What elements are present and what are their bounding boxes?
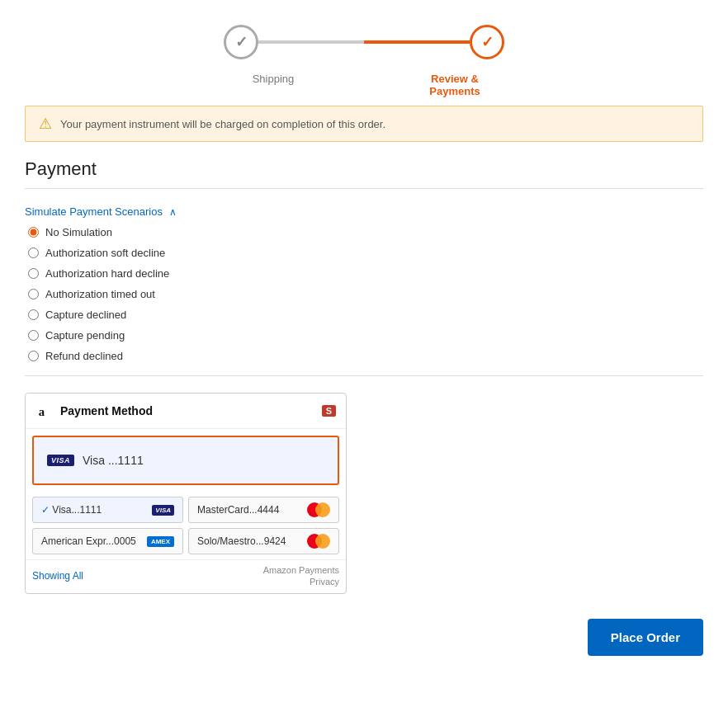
place-order-area: Place Order bbox=[0, 594, 728, 681]
step1-circle: ✓ bbox=[224, 25, 258, 59]
simulation-radio-5[interactable] bbox=[28, 309, 39, 320]
payment-widget: a Payment Method S VISA Visa ...1111 ✓ V… bbox=[25, 393, 347, 594]
selected-card-number: Visa ...1111 bbox=[83, 454, 144, 467]
progress-area: ✓ ✓ Shipping Review & Payments bbox=[0, 0, 728, 106]
simulation-label-4: Authorization timed out bbox=[45, 288, 155, 300]
visa-logo-display: VISA bbox=[47, 455, 74, 466]
step1-label: Shipping bbox=[224, 73, 323, 97]
showing-all-link[interactable]: Showing All bbox=[32, 570, 83, 582]
payment-section: Payment Simulate Payment Scenarios ∧ No … bbox=[0, 142, 728, 376]
simulation-options: No Simulation Authorization soft decline… bbox=[25, 226, 703, 362]
progress-bar: ✓ ✓ bbox=[224, 0, 504, 68]
progress-line-left bbox=[258, 40, 364, 44]
simulation-radio-7[interactable] bbox=[28, 351, 39, 361]
card-option-label-3: American Expr...0005 bbox=[41, 535, 136, 547]
warning-text: Your payment instrument will be charged … bbox=[60, 118, 385, 130]
step2-circle: ✓ bbox=[470, 25, 504, 59]
simulation-option-7[interactable]: Refund declined bbox=[28, 350, 703, 362]
amazon-payments-text: Amazon Payments bbox=[263, 565, 339, 575]
simulation-option-6[interactable]: Capture pending bbox=[28, 329, 703, 342]
simulation-option-3[interactable]: Authorization hard decline bbox=[28, 267, 703, 280]
card-option-maestro-9424[interactable]: Solo/Maestro...9424 bbox=[188, 528, 339, 554]
widget-title: Payment Method bbox=[60, 404, 153, 417]
simulation-label-5: Capture declined bbox=[45, 309, 126, 321]
simulation-radio-4[interactable] bbox=[28, 289, 39, 299]
simulation-option-2[interactable]: Authorization soft decline bbox=[28, 247, 703, 259]
step1-checkmark: ✓ bbox=[235, 33, 248, 51]
amex-logo-icon: AMEX bbox=[147, 536, 174, 547]
step-labels: Shipping Review & Payments bbox=[224, 68, 504, 97]
amazon-payments-links: Amazon Payments Privacy bbox=[263, 565, 339, 587]
simulation-option-4[interactable]: Authorization timed out bbox=[28, 288, 703, 300]
card-option-amex-0005[interactable]: American Expr...0005 AMEX bbox=[32, 528, 183, 554]
simulate-label: Simulate Payment Scenarios bbox=[25, 205, 163, 218]
visa-logo-icon: VISA bbox=[152, 505, 174, 516]
maestro-logo-icon bbox=[307, 534, 330, 549]
progress-track: ✓ ✓ bbox=[224, 25, 504, 59]
mastercard-logo-icon bbox=[307, 502, 330, 517]
place-order-button[interactable]: Place Order bbox=[588, 619, 703, 656]
progress-line-right bbox=[364, 40, 470, 44]
simulation-label-3: Authorization hard decline bbox=[45, 267, 169, 280]
card-option-label-4: Solo/Maestro...9424 bbox=[197, 535, 286, 547]
widget-s-badge: S bbox=[322, 405, 336, 417]
card-option-label-2: MasterCard...4444 bbox=[197, 504, 279, 516]
chevron-up-icon: ∧ bbox=[169, 206, 177, 218]
card-selected-check: ✓ bbox=[41, 504, 50, 516]
card-options-grid: ✓ Visa...1111 VISA MasterCard...4444 Ame… bbox=[26, 492, 346, 559]
step2-label: Review & Payments bbox=[405, 73, 504, 97]
simulate-header[interactable]: Simulate Payment Scenarios ∧ bbox=[25, 202, 703, 226]
card-option-visa-1111[interactable]: ✓ Visa...1111 VISA bbox=[32, 497, 183, 523]
simulation-label-2: Authorization soft decline bbox=[45, 247, 165, 259]
card-option-label-1: ✓ Visa...1111 bbox=[41, 504, 102, 516]
svg-text:a: a bbox=[39, 405, 45, 418]
widget-header: a Payment Method S bbox=[26, 394, 346, 429]
simulation-radio-2[interactable] bbox=[28, 248, 39, 258]
simulation-radio-6[interactable] bbox=[28, 330, 39, 341]
section-divider bbox=[25, 375, 703, 376]
step2-checkmark: ✓ bbox=[481, 33, 494, 51]
simulation-label-1: No Simulation bbox=[45, 226, 112, 238]
simulation-option-5[interactable]: Capture declined bbox=[28, 309, 703, 321]
selected-card-display: VISA Visa ...1111 bbox=[32, 436, 339, 485]
payment-title: Payment bbox=[25, 158, 703, 180]
simulation-label-6: Capture pending bbox=[45, 329, 125, 342]
card-option-mc-4444[interactable]: MasterCard...4444 bbox=[188, 497, 339, 523]
simulation-radio-1[interactable] bbox=[28, 227, 39, 238]
widget-footer: Showing All Amazon Payments Privacy bbox=[26, 559, 346, 593]
simulation-option-1[interactable]: No Simulation bbox=[28, 226, 703, 238]
privacy-link: Privacy bbox=[310, 577, 339, 587]
widget-header-left: a Payment Method bbox=[35, 402, 153, 420]
simulation-radio-3[interactable] bbox=[28, 268, 39, 279]
warning-banner: ⚠ Your payment instrument will be charge… bbox=[25, 106, 703, 142]
warning-icon: ⚠ bbox=[39, 115, 52, 133]
amazon-logo-icon: a bbox=[35, 402, 54, 420]
payment-divider bbox=[25, 188, 703, 189]
simulation-label-7: Refund declined bbox=[45, 350, 123, 362]
